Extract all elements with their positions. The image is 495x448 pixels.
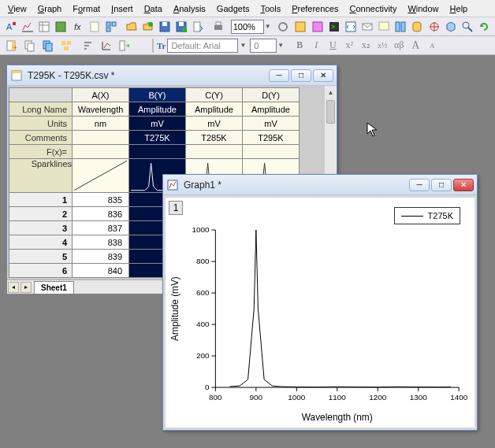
menu-tools[interactable]: Tools: [255, 2, 285, 15]
col-header-d[interactable]: D(Y): [243, 88, 300, 102]
size-dropdown-arrow[interactable]: ▼: [277, 42, 284, 49]
tb-code-icon[interactable]: [343, 19, 359, 35]
tb-rescale-icon[interactable]: [98, 38, 115, 54]
tb-open-template-icon[interactable]: [140, 19, 156, 35]
tb-notes-icon[interactable]: [87, 19, 102, 35]
svg-rect-16: [179, 22, 184, 26]
font-big-button[interactable]: A: [408, 39, 423, 53]
font-dropdown-arrow[interactable]: ▼: [240, 42, 246, 49]
menu-graph[interactable]: Graph: [33, 2, 67, 15]
tb-save-template-icon[interactable]: [173, 19, 189, 35]
ws-close-button[interactable]: ✕: [313, 69, 333, 82]
tab-nav-next[interactable]: ▸: [20, 282, 32, 293]
menu-analysis[interactable]: Analysis: [169, 2, 210, 15]
col-header-c[interactable]: C(Y): [186, 88, 243, 102]
g-close-button[interactable]: ✕: [453, 179, 474, 191]
tb-msg-icon[interactable]: [359, 19, 375, 35]
worksheet-titlebar[interactable]: T295K - T295K.csv * ─ □ ✕: [7, 65, 337, 86]
tb-zoom-icon[interactable]: [460, 19, 475, 35]
spark-a[interactable]: [73, 159, 129, 193]
zoom-dropdown-arrow[interactable]: ▼: [265, 23, 271, 30]
tb-3d-icon[interactable]: [443, 19, 459, 35]
underline-button[interactable]: U: [325, 39, 341, 53]
greek-button[interactable]: αβ: [391, 39, 407, 53]
row-4[interactable]: 4: [9, 235, 73, 250]
menu-insert[interactable]: Insert: [106, 2, 138, 15]
col-header-a[interactable]: A(X): [73, 88, 129, 102]
svg-rect-48: [64, 46, 69, 50]
g-maximize-button[interactable]: □: [431, 179, 452, 191]
menu-data[interactable]: Data: [140, 2, 167, 15]
svg-rect-32: [401, 22, 405, 31]
menu-gadgets[interactable]: Gadgets: [212, 2, 255, 15]
worksheet-title: T295K - T295K.csv *: [28, 70, 264, 81]
tb-results-icon[interactable]: [310, 19, 326, 35]
zoom-input[interactable]: [231, 20, 264, 34]
supsub-button[interactable]: x½: [374, 39, 390, 53]
tb-cmd-icon[interactable]: >: [326, 19, 342, 35]
graph-titlebar[interactable]: Graph1 * ─ □ ✕: [163, 175, 477, 195]
svg-text:+: +: [13, 44, 17, 51]
menu-format[interactable]: Format: [68, 2, 105, 15]
tb-hint-icon[interactable]: [376, 19, 392, 35]
row-6[interactable]: 6: [9, 264, 73, 278]
row-comments[interactable]: Comments: [9, 131, 73, 145]
tb-func-icon[interactable]: fx: [70, 19, 86, 35]
row-longname[interactable]: Long Name: [9, 102, 73, 117]
tb-print-icon[interactable]: [210, 19, 226, 35]
tb-explorer-icon[interactable]: [292, 19, 308, 35]
bold-button[interactable]: B: [292, 39, 307, 53]
font-selector: Tr ▼: [152, 39, 249, 53]
menu-window[interactable]: Window: [403, 2, 443, 15]
tb-open-icon[interactable]: [124, 19, 140, 35]
row-sparklines[interactable]: Sparklines: [9, 159, 73, 193]
svg-rect-45: [46, 43, 52, 51]
tb-layout-icon[interactable]: [103, 19, 119, 35]
tb-sort-icon[interactable]: [80, 38, 97, 54]
font-small-button[interactable]: A: [424, 39, 440, 53]
tb-workbook-icon[interactable]: [36, 19, 52, 35]
row-3[interactable]: 3: [9, 221, 73, 235]
row-fx[interactable]: F(x)=: [9, 145, 73, 159]
scroll-thumb[interactable]: [326, 100, 335, 124]
tb-save-icon[interactable]: [157, 19, 173, 35]
italic-button[interactable]: I: [308, 39, 324, 53]
font-size-input[interactable]: [250, 39, 277, 53]
svg-text:1400: 1400: [450, 393, 467, 402]
plot-area[interactable]: 1 T275K 80090010001100120013001400020040…: [166, 198, 475, 428]
subscript-button[interactable]: x₂: [358, 39, 374, 53]
sheet-tab-1[interactable]: Sheet1: [34, 281, 74, 294]
tb-add-col-icon[interactable]: +: [3, 38, 20, 54]
row-units[interactable]: Units: [9, 117, 73, 131]
font-name-input[interactable]: [167, 39, 238, 53]
tb-organizer-icon[interactable]: [393, 19, 408, 35]
tab-nav-first[interactable]: ◂: [8, 282, 19, 293]
tb-a-icon[interactable]: A: [3, 19, 19, 35]
tb-import-icon[interactable]: [190, 19, 206, 35]
col-header-b[interactable]: B(Y): [129, 88, 186, 102]
tb-digitize-icon[interactable]: [426, 19, 442, 35]
ws-minimize-button[interactable]: ─: [269, 69, 289, 82]
tb-recalc-icon[interactable]: [275, 19, 291, 35]
tb-chart-icon[interactable]: [20, 19, 35, 35]
row-1[interactable]: 1: [9, 193, 73, 207]
ws-maximize-button[interactable]: □: [291, 69, 311, 82]
toolbar-standard: A fx ▼ >: [0, 17, 495, 36]
tb-matrix-icon[interactable]: [53, 19, 69, 35]
menu-view[interactable]: View: [3, 2, 32, 15]
menu-preferences[interactable]: Preferences: [287, 2, 343, 15]
tb-copy-icon[interactable]: [21, 38, 39, 54]
svg-text:600: 600: [196, 288, 210, 297]
menu-help[interactable]: Help: [445, 2, 473, 15]
tb-merge-icon[interactable]: [58, 38, 75, 54]
row-5[interactable]: 5: [9, 250, 73, 264]
tb-refresh-icon[interactable]: [476, 19, 492, 35]
tb-duplicate-icon[interactable]: [39, 38, 57, 54]
tb-extract-icon[interactable]: [116, 38, 133, 54]
superscript-button[interactable]: x²: [341, 39, 357, 53]
scroll-up-arrow[interactable]: ▲: [325, 86, 337, 98]
tb-db-icon[interactable]: [409, 19, 425, 35]
menu-connectivity[interactable]: Connectivity: [344, 2, 401, 15]
g-minimize-button[interactable]: ─: [409, 179, 430, 191]
row-2[interactable]: 2: [9, 207, 73, 221]
